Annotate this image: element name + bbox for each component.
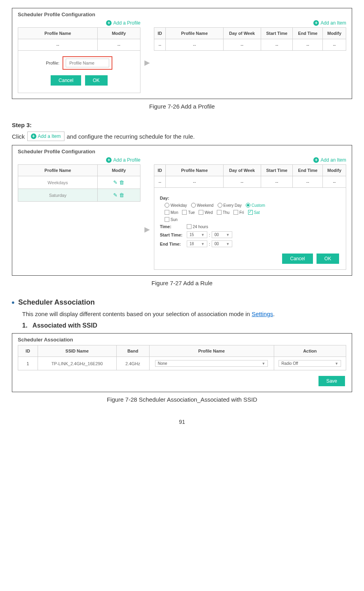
radio-weekend[interactable] [191, 203, 196, 208]
col-header: Action [274, 345, 346, 357]
table-row: 1 TP-LINK_2.4GHz_16E290 2.4GHz None▼ Rad… [18, 357, 346, 370]
checkbox-sun[interactable] [165, 217, 169, 222]
checkbox-mon[interactable] [165, 210, 169, 215]
col-header: Modify [97, 28, 140, 39]
add-item-link[interactable]: + Add an Item [313, 157, 346, 163]
add-profile-link[interactable]: + Add a Profile [106, 20, 140, 26]
cancel-button[interactable]: Cancel [51, 75, 81, 86]
checkbox-sat[interactable] [248, 210, 253, 215]
chevron-down-icon: ▼ [226, 242, 229, 246]
add-item-link[interactable]: + Add an Item [313, 20, 346, 26]
profile-input-highlight [63, 56, 112, 70]
start-hour-select[interactable]: 15▼ [187, 231, 207, 238]
panel-title: Scheduler Profile Configuration [18, 11, 346, 17]
ok-button[interactable]: OK [85, 75, 108, 86]
chevron-down-icon: ▼ [226, 233, 229, 237]
plus-icon: + [313, 20, 319, 26]
plus-icon: + [313, 157, 319, 163]
col-header: Profile Name [166, 165, 224, 176]
end-min-select[interactable]: 00▼ [212, 240, 232, 247]
settings-link[interactable]: Settings [252, 311, 273, 317]
edit-icon[interactable]: ✎ [113, 179, 118, 185]
figure-7-26: Scheduler Profile Configuration + Add a … [12, 8, 352, 99]
figure-caption: Figure 7-27 Add a Rule [12, 280, 352, 286]
col-header: SSID Name [38, 345, 116, 357]
figure-caption: Figure 7-28 Scheduler Association_Associ… [12, 396, 352, 403]
plus-icon: + [106, 20, 112, 26]
col-header: ID [154, 165, 166, 176]
section-heading: Scheduler Association [18, 298, 95, 307]
col-header: Start Time [261, 28, 293, 39]
arrow-right-icon: ▶ [144, 225, 150, 234]
action-select[interactable]: Radio Off▼ [279, 360, 341, 367]
page-number: 91 [12, 419, 352, 425]
col-header: Modify [97, 165, 140, 176]
panel-title: Scheduler Profile Configuration [18, 149, 346, 154]
col-header: Day of Week [223, 28, 261, 39]
profile-select[interactable]: None▼ [155, 360, 268, 367]
section-heading-row: Scheduler Association [12, 298, 352, 307]
save-button[interactable]: Save [318, 376, 345, 386]
panel-title: Scheduler Association [18, 337, 346, 343]
start-min-select[interactable]: 00▼ [212, 231, 232, 238]
col-header: Profile Name [149, 345, 274, 357]
chevron-down-icon: ▼ [335, 362, 338, 366]
arrow-right-icon: ▶ [144, 58, 150, 67]
checkbox-thu[interactable] [217, 210, 222, 215]
col-header: ID [18, 345, 38, 357]
time-label: Time: [160, 224, 187, 229]
col-header: End Time [293, 28, 323, 39]
edit-icon[interactable]: ✎ [113, 192, 118, 198]
table-row: Profile: Cancel OK [18, 51, 140, 93]
plus-icon: + [106, 157, 112, 163]
col-header: Profile Name [166, 28, 224, 39]
chevron-down-icon: ▼ [201, 233, 205, 237]
checkbox-wed[interactable] [199, 210, 203, 215]
figure-7-27: Scheduler Profile Configuration + Add a … [12, 145, 352, 276]
col-header: Start Time [261, 165, 293, 176]
col-header: Day of Week [223, 165, 261, 176]
checkbox-fri[interactable] [233, 210, 238, 215]
add-profile-link[interactable]: + Add a Profile [106, 157, 140, 163]
checkbox-24hours[interactable] [187, 224, 191, 229]
radio-weekday[interactable] [165, 203, 169, 208]
figure-caption: Figure 7-26 Add a Profile [12, 103, 352, 110]
step-instruction: Click + Add a Item and configure the rec… [12, 132, 352, 141]
cancel-button[interactable]: Cancel [282, 254, 313, 264]
col-header: Band [116, 345, 149, 357]
col-header: Modify [323, 28, 346, 39]
rule-form-row: Day: Weekday Weekend Every Day Custom Mo… [154, 188, 346, 270]
col-header: Modify [323, 165, 346, 176]
figure-7-28: Scheduler Association ID SSID Name Band … [12, 333, 352, 392]
delete-icon[interactable]: 🗑 [119, 179, 124, 185]
col-header: Profile Name [18, 28, 98, 39]
end-time-label: End Time: [160, 242, 187, 246]
bullet-icon [12, 301, 14, 304]
col-header: End Time [293, 165, 323, 176]
step-label: Step 3: [12, 122, 352, 128]
table-row: -- -- [18, 39, 140, 51]
chevron-down-icon: ▼ [201, 242, 205, 246]
profile-label: Profile: [46, 61, 59, 65]
col-header: ID [154, 28, 166, 39]
table-row-selected[interactable]: Saturday ✎🗑 [18, 189, 140, 202]
col-header: Profile Name [18, 165, 98, 176]
plus-icon: + [31, 133, 36, 139]
profile-name-input[interactable] [66, 59, 109, 67]
ok-button[interactable]: OK [317, 254, 339, 264]
radio-every-day[interactable] [218, 203, 222, 208]
table-row[interactable]: Weekdays ✎🗑 [18, 176, 140, 189]
add-item-inline: + Add a Item [27, 132, 64, 141]
table-row: -- -- -- -- -- -- [154, 176, 346, 188]
delete-icon[interactable]: 🗑 [119, 192, 124, 198]
sub-heading-row: 1. Associated with SSID [22, 322, 352, 329]
radio-custom[interactable] [246, 203, 250, 208]
table-row: -- -- -- -- -- -- [154, 39, 346, 51]
checkbox-tue[interactable] [182, 210, 187, 215]
chevron-down-icon: ▼ [262, 362, 265, 366]
end-hour-select[interactable]: 18▼ [187, 240, 207, 247]
start-time-label: Start Time: [160, 233, 187, 237]
section-body: This zone will display different content… [22, 311, 352, 317]
day-label: Day: [160, 196, 187, 200]
